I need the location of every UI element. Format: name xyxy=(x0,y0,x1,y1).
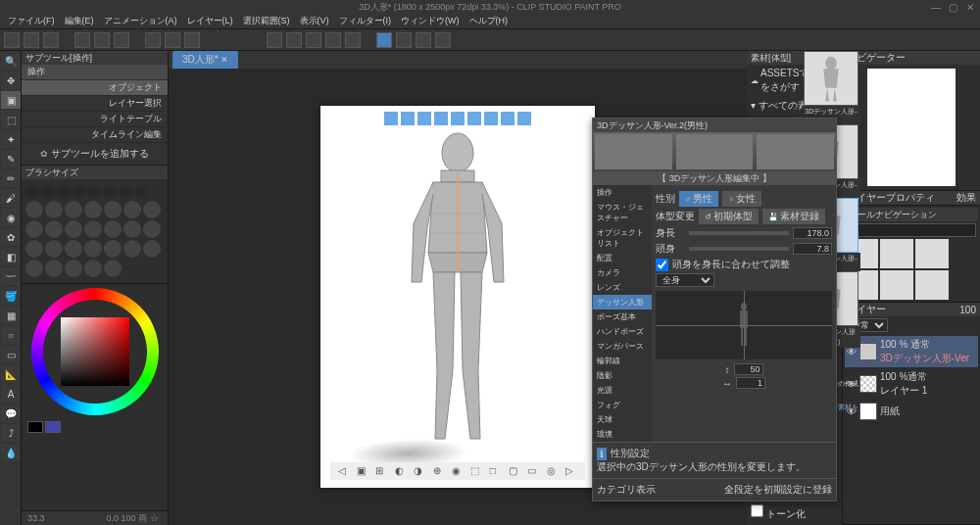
brush-size-7[interactable] xyxy=(120,185,133,199)
color-square[interactable] xyxy=(61,317,129,386)
bt-g-icon[interactable]: ▢ xyxy=(509,465,520,477)
menu-layer[interactable]: レイヤー(L) xyxy=(183,15,237,27)
bt-d-icon[interactable]: ◉ xyxy=(452,465,464,477)
toolbar-pen-icon[interactable] xyxy=(376,32,392,48)
layer-item[interactable]: 👁 100 % 通常3Dデッサン人形-Ver xyxy=(845,336,978,368)
tool-decoration[interactable]: ✿ xyxy=(1,228,21,246)
brush-preset[interactable] xyxy=(25,220,43,238)
tool-fill[interactable]: 🪣 xyxy=(1,287,21,305)
toolbar-b-icon[interactable] xyxy=(345,32,361,48)
register-material-button[interactable]: 💾 素材登録 xyxy=(762,209,825,224)
brush-preset[interactable] xyxy=(123,201,141,218)
model-tool-anchor-icon[interactable] xyxy=(384,112,398,125)
quickaccess-search[interactable]: 🔍 xyxy=(847,223,976,237)
menu-selection[interactable]: 選択範囲(S) xyxy=(239,15,294,27)
menu-file[interactable]: ファイル(F) xyxy=(4,15,59,27)
qa-item[interactable] xyxy=(915,270,949,300)
gender-female-button[interactable]: ♀ 女性 xyxy=(722,191,761,207)
brush-preset[interactable] xyxy=(45,240,63,258)
cat-item[interactable]: 輪郭線 xyxy=(593,354,652,368)
brush-preset[interactable] xyxy=(143,240,161,258)
toolbar-redo-icon[interactable] xyxy=(94,32,110,48)
brush-preset[interactable] xyxy=(84,260,102,277)
toolbar-ruler-icon[interactable] xyxy=(306,32,321,48)
brush-size-3[interactable] xyxy=(57,185,71,199)
cat-item[interactable]: マウス・ジェスチャー xyxy=(593,200,652,225)
tone-checkbox[interactable] xyxy=(751,504,763,517)
brush-preset[interactable] xyxy=(84,220,102,238)
reset-body-button[interactable]: ↺ 初期体型 xyxy=(699,209,759,224)
toolbar-new-icon[interactable] xyxy=(4,32,20,48)
brush-preset[interactable] xyxy=(65,201,82,218)
tool-pencil[interactable]: ✏ xyxy=(1,169,21,187)
menu-animation[interactable]: アニメーション(A) xyxy=(100,15,181,27)
brush-preset[interactable] xyxy=(45,260,63,277)
tool-select[interactable]: ⬚ xyxy=(1,111,21,128)
toolbar-shape-icon[interactable] xyxy=(435,32,451,48)
bt-b-icon[interactable]: ◑ xyxy=(414,465,425,477)
cat-item[interactable]: 天球 xyxy=(593,412,652,427)
bt-a-icon[interactable]: ◐ xyxy=(395,465,407,477)
heads-slider[interactable] xyxy=(689,247,789,251)
tool-object[interactable]: ▣ xyxy=(1,91,21,109)
cat-item[interactable]: オブジェクトリスト xyxy=(593,225,652,251)
cat-item[interactable]: 光源 xyxy=(593,383,652,398)
toolbar-snap-icon[interactable] xyxy=(267,32,282,48)
float-title[interactable]: 3Dデッサン人形-Ver.2(男性) xyxy=(593,119,836,132)
model-tool-orbit-icon[interactable] xyxy=(484,112,498,125)
toolbar-delete-icon[interactable] xyxy=(114,32,129,48)
tool-brush[interactable]: 🖌 xyxy=(1,189,21,207)
toolbar-grid-icon[interactable] xyxy=(286,32,302,48)
add-subtool-button[interactable]: ✿ サブツールを追加する xyxy=(22,143,168,165)
cat-item[interactable]: 環境 xyxy=(593,427,652,442)
menu-window[interactable]: ウィンドウ(W) xyxy=(397,15,464,27)
toolbar-save-icon[interactable] xyxy=(43,32,59,48)
cat-item[interactable]: デッサン人形 xyxy=(593,295,652,310)
category-toggle[interactable]: カテゴリ表示 xyxy=(597,483,656,497)
brush-preset[interactable] xyxy=(104,260,122,277)
3d-figure[interactable] xyxy=(384,125,531,458)
cat-item[interactable]: マンガパース xyxy=(593,339,652,354)
model-tool-zoom-icon[interactable] xyxy=(451,112,465,125)
toolbar-a-icon[interactable] xyxy=(325,32,341,48)
toolbar-line-icon[interactable] xyxy=(396,32,412,48)
cat-item[interactable]: 陰影 xyxy=(593,368,652,383)
tool-zoom[interactable]: 🔍 xyxy=(1,52,21,70)
layer-item[interactable]: 👁 100 %通常レイヤー 1 xyxy=(845,368,978,401)
model-tool-sun-icon[interactable] xyxy=(517,112,531,125)
brush-preset[interactable] xyxy=(123,220,141,238)
bt-i-icon[interactable]: ◎ xyxy=(547,465,559,477)
maximize-button[interactable]: ▢ xyxy=(949,2,958,12)
cat-item[interactable]: レンズ xyxy=(593,280,652,295)
toolbar-cut-icon[interactable] xyxy=(145,32,161,48)
subtool-light-table[interactable]: ライトテーブル xyxy=(22,112,168,127)
menu-filter[interactable]: フィルター(I) xyxy=(335,15,396,27)
tool-eraser[interactable]: ◧ xyxy=(1,248,21,265)
cat-item[interactable]: 配置 xyxy=(593,251,652,265)
tool-frame[interactable]: ▭ xyxy=(1,346,21,363)
canvas-page[interactable]: ◁ ▣ ⊞ ◐ ◑ ⊕ ◉ ⬚ □ ▢ ▭ ◎ ▷ xyxy=(320,106,595,488)
brush-size-5[interactable] xyxy=(88,185,102,199)
brush-preset[interactable] xyxy=(25,260,43,277)
tool-balloon[interactable]: 💬 xyxy=(1,405,21,422)
swatch-bg[interactable] xyxy=(45,421,61,433)
toolbar-curve-icon[interactable] xyxy=(416,32,431,48)
adjust-heads-checkbox[interactable] xyxy=(656,259,668,271)
qa-item[interactable] xyxy=(915,239,949,268)
model-tool-pan-icon[interactable] xyxy=(434,112,448,125)
slider-h-input[interactable] xyxy=(736,377,765,389)
model-tool-tshirt-icon[interactable] xyxy=(467,112,481,125)
brush-preset[interactable] xyxy=(143,220,161,238)
brush-preset[interactable] xyxy=(84,240,102,258)
bt-prev-icon[interactable]: ◁ xyxy=(338,465,350,477)
brush-preset[interactable] xyxy=(104,220,122,238)
brush-size-4[interactable] xyxy=(73,185,86,199)
cat-item[interactable]: 操作 xyxy=(593,185,652,200)
navigator-preview[interactable] xyxy=(867,69,956,186)
tool-gradient[interactable]: ▦ xyxy=(1,307,21,324)
tool-text[interactable]: A xyxy=(1,385,21,403)
brush-size-8[interactable] xyxy=(135,185,149,199)
toolbar-undo-icon[interactable] xyxy=(74,32,90,48)
brush-size-1[interactable] xyxy=(25,185,39,199)
toolbar-paste-icon[interactable] xyxy=(184,32,200,48)
